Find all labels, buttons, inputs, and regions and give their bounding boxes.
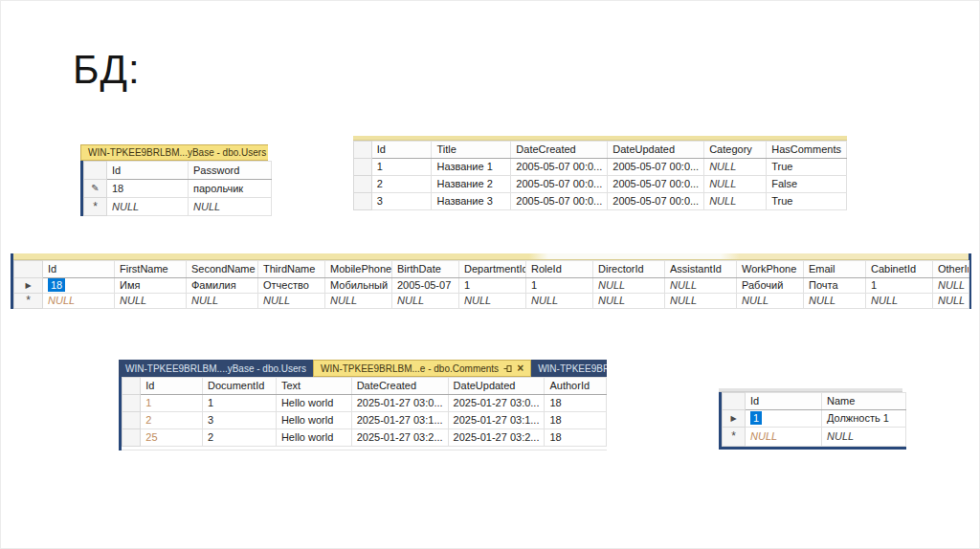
column-header-documentid[interactable]: DocumentId (203, 378, 277, 395)
grid-cell[interactable]: 1 (866, 278, 933, 294)
grid-cell[interactable]: 3 (371, 193, 432, 210)
column-header-departmentid[interactable]: DepartmentId (459, 261, 526, 278)
grid-cell[interactable]: NULL (704, 193, 767, 210)
grid-cell[interactable]: False (767, 176, 847, 193)
document-tab[interactable]: WIN-TPKEE9BRLBM...e - dbo.Comments× (313, 360, 531, 377)
grid-cell[interactable]: Отчество (258, 278, 325, 294)
row-indicator[interactable] (122, 429, 141, 447)
grid-cell[interactable]: 2 (141, 412, 203, 429)
grid-cell[interactable]: NULL (822, 428, 906, 447)
users-wide-grid[interactable]: IdFirstNameSecondNameThirdNameMobilePhon… (13, 260, 969, 309)
grid-cell[interactable]: 2025-01-27 03:1... (351, 412, 448, 429)
new-row-icon[interactable]: * (14, 294, 43, 309)
column-header-secondname[interactable]: SecondName (187, 261, 258, 278)
column-header-id[interactable]: Id (371, 142, 432, 159)
grid-cell[interactable]: NULL (459, 294, 526, 309)
grid-cell[interactable]: NULL (115, 294, 187, 309)
document-tab[interactable]: WIN-TPKEE9BRLBM....yBase - dbo.Users (119, 360, 313, 377)
grid-cell[interactable]: 2025-01-27 03:2... (448, 429, 545, 447)
column-header-id[interactable]: Id (107, 162, 189, 180)
column-header-directorid[interactable]: DirectorId (593, 261, 665, 278)
column-header-password[interactable]: Password (189, 162, 272, 180)
column-header-roleid[interactable]: RoleId (526, 261, 593, 278)
new-row-icon[interactable]: * (84, 198, 107, 216)
grid-cell[interactable]: Hello world (276, 395, 351, 412)
grid-cell[interactable]: 18 (545, 429, 607, 447)
grid-cell[interactable]: Почта (804, 278, 866, 294)
grid-cell[interactable]: NULL (107, 198, 189, 216)
grid-cell[interactable]: Должность 1 (822, 410, 906, 428)
row-indicator-header[interactable] (723, 393, 746, 410)
row-indicator-header[interactable] (14, 261, 43, 278)
grid-cell[interactable]: 25 (141, 429, 203, 447)
grid-cell[interactable]: NULL (593, 278, 665, 294)
row-indicator-header[interactable] (84, 162, 107, 180)
current-row-icon[interactable]: ▶ (723, 410, 746, 428)
grid-cell[interactable]: NULL (665, 278, 737, 294)
grid-cell[interactable]: True (767, 193, 847, 210)
grid-cell[interactable]: NULL (933, 278, 969, 294)
grid-cell[interactable]: 2005-05-07 00:0... (511, 176, 608, 193)
column-header-authorid[interactable]: AuthorId (545, 378, 607, 395)
column-header-workphone[interactable]: WorkPhone (737, 261, 804, 278)
column-header-text[interactable]: Text (276, 378, 351, 395)
column-header-name[interactable]: Name (822, 393, 906, 410)
column-header-firstname[interactable]: FirstName (115, 261, 187, 278)
grid-cell[interactable]: 2025-01-27 03:1... (448, 412, 545, 429)
column-header-assistantid[interactable]: AssistantId (665, 261, 737, 278)
document-tab[interactable]: WIN-TPKEE9BRLBM...yBase - dbo.Users× (80, 144, 268, 161)
grid-cell[interactable]: 1 (526, 278, 593, 294)
grid-cell[interactable]: 2005-05-07 00:0... (608, 193, 704, 210)
grid-cell[interactable]: True (767, 159, 847, 176)
grid-cell[interactable]: Имя (115, 278, 187, 294)
row-indicator[interactable] (122, 395, 141, 412)
column-header-title[interactable]: Title (432, 142, 511, 159)
row-indicator[interactable] (122, 412, 141, 429)
grid-cell[interactable]: Hello world (276, 429, 351, 447)
grid-cell[interactable]: NULL (804, 294, 866, 309)
grid-cell[interactable]: 2005-05-07 (392, 278, 459, 294)
grid-cell[interactable]: NULL (43, 294, 115, 309)
row-indicator[interactable] (354, 176, 372, 193)
grid-cell[interactable]: NULL (704, 159, 767, 176)
column-header-dateupdated[interactable]: DateUpdated (448, 378, 545, 395)
grid-cell[interactable]: 18 (545, 412, 607, 429)
comments-grid[interactable]: IdDocumentIdTextDateCreatedDateUpdatedAu… (122, 377, 607, 447)
grid-cell[interactable]: 1 (459, 278, 526, 294)
grid-cell[interactable]: 3 (203, 412, 277, 429)
grid-cell[interactable]: 2 (371, 176, 432, 193)
column-header-otherinf[interactable]: OtherInf (933, 261, 969, 278)
grid-cell[interactable]: NULL (593, 294, 665, 309)
row-indicator-header[interactable] (354, 142, 372, 159)
grid-cell[interactable]: NULL (704, 176, 767, 193)
new-row-icon[interactable]: * (723, 428, 746, 447)
column-header-category[interactable]: Category (704, 142, 767, 159)
current-row-icon[interactable]: ▶ (14, 278, 43, 294)
column-header-thirdname[interactable]: ThirdName (258, 261, 325, 278)
column-header-datecreated[interactable]: DateCreated (351, 378, 448, 395)
grid-cell[interactable]: 1 (371, 159, 432, 176)
grid-cell[interactable]: 2025-01-27 03:2... (351, 429, 448, 447)
column-header-hascomments[interactable]: HasComments (767, 142, 847, 159)
grid-cell[interactable]: 2025-01-27 03:0... (351, 395, 448, 412)
grid-cell[interactable]: 18 (43, 278, 115, 294)
column-header-id[interactable]: Id (43, 261, 115, 278)
grid-cell[interactable]: NULL (325, 294, 392, 309)
column-header-datecreated[interactable]: DateCreated (511, 142, 608, 159)
edit-row-icon[interactable]: ✎ (84, 180, 107, 198)
row-indicator[interactable] (354, 193, 372, 210)
grid-cell[interactable]: 2025-01-27 03:0... (448, 395, 545, 412)
users-password-grid[interactable]: IdPassword✎18парольчик*NULLNULL (83, 161, 272, 216)
grid-cell[interactable]: NULL (258, 294, 325, 309)
column-header-email[interactable]: Email (804, 261, 866, 278)
grid-cell[interactable]: NULL (933, 294, 969, 309)
column-header-cabinetid[interactable]: CabinetId (866, 261, 933, 278)
column-header-mobilephone[interactable]: MobilePhone (325, 261, 392, 278)
grid-cell[interactable]: Фамилия (187, 278, 258, 294)
close-icon[interactable]: × (517, 362, 523, 374)
grid-cell[interactable]: NULL (665, 294, 737, 309)
grid-cell[interactable]: Рабочий (737, 278, 804, 294)
column-header-birthdate[interactable]: BirthDate (392, 261, 459, 278)
grid-cell[interactable]: Hello world (276, 412, 351, 429)
grid-cell[interactable]: NULL (737, 294, 804, 309)
